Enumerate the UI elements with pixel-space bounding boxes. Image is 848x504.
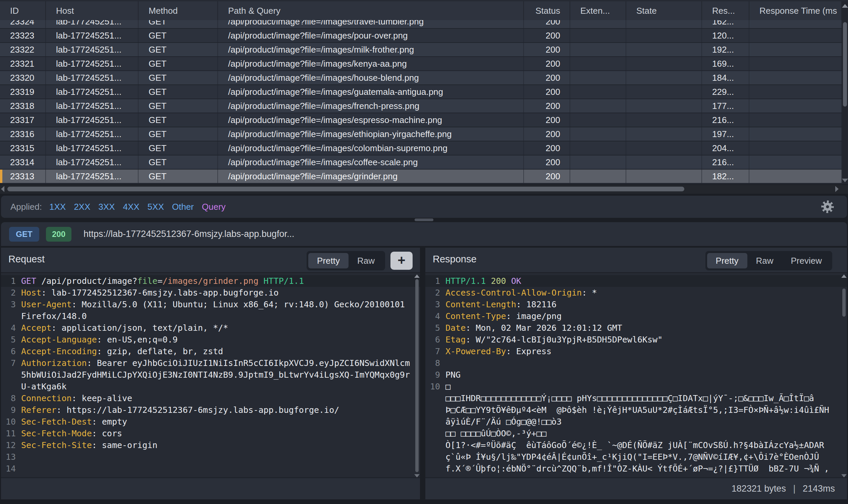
table-row[interactable]: 23324lab-177245251...GET/api/product/ima… bbox=[0, 20, 842, 29]
table-row[interactable]: 23320lab-177245251...GET/api/product/ima… bbox=[0, 71, 842, 85]
cell-extension bbox=[570, 141, 626, 156]
column-header-host[interactable]: Host bbox=[46, 1, 139, 20]
column-header-res[interactable]: Res... bbox=[702, 1, 749, 20]
cell-path: /api/product/image?file=/images/house-bl… bbox=[218, 71, 524, 85]
code-line: 2Host: lab-1772452512367-6msjzy.labs-app… bbox=[1, 287, 420, 299]
request-scrollbar[interactable] bbox=[414, 273, 420, 478]
column-header-state[interactable]: State bbox=[626, 1, 702, 20]
line-number: 1 bbox=[425, 275, 446, 287]
cell-extension bbox=[570, 113, 626, 127]
cell-method: GET bbox=[139, 20, 218, 29]
add-button[interactable]: + bbox=[391, 252, 413, 270]
table-vertical-scrollbar[interactable] bbox=[842, 1, 848, 184]
column-header-path[interactable]: Path & Query bbox=[218, 1, 524, 20]
tab-response-preview[interactable]: Preview bbox=[782, 253, 831, 268]
table-row[interactable]: 23315lab-177245251...GET/api/product/ima… bbox=[0, 141, 842, 156]
request-scroll-thumb[interactable] bbox=[415, 279, 419, 472]
table-body: 23324lab-177245251...GET/api/product/ima… bbox=[0, 20, 842, 184]
table-row[interactable]: 23319lab-177245251...GET/api/product/ima… bbox=[0, 85, 842, 99]
cell-status: 200 bbox=[524, 156, 570, 169]
column-header-status[interactable]: Status bbox=[524, 1, 570, 20]
filter-4xx[interactable]: 4XX bbox=[123, 202, 139, 212]
cell-res: 216... bbox=[702, 156, 749, 169]
cell-status: 200 bbox=[524, 99, 570, 113]
filter-query[interactable]: Query bbox=[202, 202, 226, 212]
cell-extension bbox=[570, 71, 626, 85]
line-number: 11 bbox=[1, 428, 21, 439]
tab-request-raw[interactable]: Raw bbox=[348, 253, 383, 268]
cell-method: GET bbox=[139, 57, 218, 71]
line-number: 9 bbox=[1, 404, 21, 416]
scroll-right-icon[interactable] bbox=[835, 186, 838, 192]
cell-state bbox=[626, 20, 702, 29]
scroll-down-icon[interactable] bbox=[842, 179, 848, 182]
network-debugger-app: IDHostMethodPath & QueryStatusExten...St… bbox=[0, 0, 848, 504]
cell-host: lab-177245251... bbox=[46, 57, 139, 71]
table-header-row: IDHostMethodPath & QueryStatusExten...St… bbox=[0, 1, 842, 20]
request-raw-view: 1GET /api/product/image?file=/images/gri… bbox=[1, 273, 420, 480]
cell-id: 23324 bbox=[0, 20, 46, 29]
tab-response-raw[interactable]: Raw bbox=[747, 253, 782, 268]
gear-icon[interactable] bbox=[821, 200, 834, 214]
cell-res: 197... bbox=[702, 127, 749, 141]
table-row[interactable]: 23323lab-177245251...GET/api/product/ima… bbox=[0, 29, 842, 43]
code-line: 11Sec-Fetch-Mode: cors bbox=[1, 428, 420, 439]
cell-host: lab-177245251... bbox=[46, 169, 139, 184]
cell-id: 23313 bbox=[0, 169, 46, 184]
response-scrollbar[interactable] bbox=[841, 273, 847, 478]
stats-separator: | bbox=[793, 484, 795, 493]
request-url: https://lab-1772452512367-6msjzy.labs-ap… bbox=[84, 229, 294, 239]
cell-time bbox=[749, 113, 842, 127]
cell-method: GET bbox=[139, 141, 218, 156]
filter-5xx[interactable]: 5XX bbox=[148, 202, 164, 212]
table-horizontal-scrollbar[interactable] bbox=[0, 184, 848, 194]
table-row[interactable]: 23317lab-177245251...GET/api/product/ima… bbox=[0, 113, 842, 127]
code-line: 9Referer: https://lab-1772452512367-6msj… bbox=[1, 404, 420, 416]
table-row[interactable]: 23316lab-177245251...GET/api/product/ima… bbox=[0, 127, 842, 141]
request-panel: Request PrettyRaw + 1GET /api/product/im… bbox=[1, 248, 420, 499]
column-header-method[interactable]: Method bbox=[139, 1, 218, 20]
filter-2xx[interactable]: 2XX bbox=[74, 202, 90, 212]
table-vscroll-thumb[interactable] bbox=[843, 22, 847, 107]
scroll-left-icon[interactable] bbox=[1, 186, 4, 192]
cell-res: 204... bbox=[702, 141, 749, 156]
scroll-up-icon[interactable] bbox=[842, 4, 848, 8]
column-header-time[interactable]: Response Time (ms bbox=[749, 1, 842, 20]
cell-res: 120... bbox=[702, 29, 749, 43]
table-row[interactable]: 23318lab-177245251...GET/api/product/ima… bbox=[0, 99, 842, 113]
code-line: 12Sec-Fetch-Site: same-origin bbox=[1, 439, 420, 451]
table-row[interactable]: 23322lab-177245251...GET/api/product/ima… bbox=[0, 43, 842, 57]
table-hscroll-thumb[interactable] bbox=[7, 187, 684, 191]
cell-host: lab-177245251... bbox=[46, 99, 139, 113]
tab-response-pretty[interactable]: Pretty bbox=[707, 253, 747, 268]
response-panel-footer: 182321 bytes | 2143ms bbox=[425, 477, 847, 499]
applied-label: Applied: bbox=[11, 202, 42, 212]
tab-request-pretty[interactable]: Pretty bbox=[308, 253, 348, 268]
table-row[interactable]: 23321lab-177245251...GET/api/product/ima… bbox=[0, 57, 842, 71]
cell-path: /api/product/image?file=/images/coffee-s… bbox=[218, 156, 524, 169]
cell-time bbox=[749, 71, 842, 85]
scroll-up-icon[interactable] bbox=[841, 274, 847, 278]
cell-time bbox=[749, 169, 842, 184]
cell-status: 200 bbox=[524, 43, 570, 57]
table-row[interactable]: 23314lab-177245251...GET/api/product/ima… bbox=[0, 156, 842, 169]
code-line: 4Content-Type: image/png bbox=[425, 310, 847, 322]
cell-status: 200 bbox=[524, 71, 570, 85]
table-row[interactable]: 23313lab-177245251...GET/api/product/ima… bbox=[0, 169, 842, 184]
cell-status: 200 bbox=[524, 169, 570, 184]
filter-3xx[interactable]: 3XX bbox=[98, 202, 115, 212]
cell-state bbox=[626, 113, 702, 127]
line-number: 3 bbox=[425, 299, 446, 310]
column-header-id[interactable]: ID bbox=[0, 1, 46, 20]
scroll-up-icon[interactable] bbox=[414, 274, 420, 278]
cell-time bbox=[749, 141, 842, 156]
code-line: 9PNG bbox=[425, 369, 847, 381]
line-number: 10 bbox=[425, 381, 446, 392]
response-scroll-thumb[interactable] bbox=[842, 289, 846, 317]
column-header-extension[interactable]: Exten... bbox=[570, 1, 626, 20]
cell-res: 192... bbox=[702, 43, 749, 57]
cell-path: /api/product/image?file=/images/colombia… bbox=[218, 141, 524, 156]
filter-other[interactable]: Other bbox=[172, 202, 194, 212]
filter-1xx[interactable]: 1XX bbox=[49, 202, 66, 212]
panel-splitter-handle[interactable] bbox=[415, 218, 433, 221]
